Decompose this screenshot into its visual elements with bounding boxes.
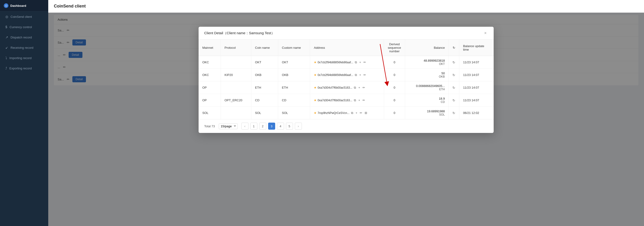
sidebar-item-coinsend-client[interactable]: ◎ CoinSend client [0, 12, 48, 22]
cell-protocol [220, 107, 251, 119]
cell-update-time: 11/23 14:07 [459, 56, 494, 69]
cell-refresh[interactable]: ↻ [449, 69, 459, 81]
exporting-icon: ⤴ [6, 66, 7, 70]
refresh-icon[interactable]: ↻ [452, 111, 455, 115]
sidebar-item-label: Exporting record [9, 67, 32, 70]
edit-icon[interactable]: ✏ [359, 111, 363, 115]
table-row: OKC KIP20 OKB OKB ★ 0x7cb2f94b88856feb86… [198, 69, 494, 81]
cell-custom-name: ETH [278, 81, 310, 94]
col-balance-update: Balance updatetime [459, 40, 494, 56]
modal-overlay: Client Detail（Client name：Samsung Test） … [48, 13, 644, 226]
cell-update-time: 06/21 12:02 [459, 107, 494, 119]
address-text: 0xa7d304cf7f6b00ac5163... [318, 86, 352, 89]
cell-protocol: OPT_ERC20 [220, 94, 251, 107]
cell-derived-seq: 0 [384, 56, 405, 69]
prev-page-button[interactable]: ‹ [242, 123, 248, 130]
edit-icon[interactable]: ✏ [363, 73, 367, 77]
sidebar: ⬡ Dashboard ◎ CoinSend client $ Currency… [0, 0, 48, 226]
refresh-icon[interactable]: ↻ [452, 86, 455, 90]
col-mainnet: Mainnet [198, 40, 220, 56]
balance-coin: SOL [439, 113, 445, 116]
page-title: CoinSend client [54, 4, 86, 9]
copy-icon[interactable]: ⧉ [354, 60, 358, 65]
sidebar-item-importing-record[interactable]: ⤵ Importing record [0, 53, 48, 63]
sidebar-item-dispatch-record[interactable]: ↗ Dispatch record [0, 32, 48, 43]
edit-icon[interactable]: ✏ [362, 98, 366, 102]
copy-icon[interactable]: ⧉ [350, 111, 354, 115]
copy-icon[interactable]: ⧉ [354, 73, 358, 77]
cell-update-time: 11/23 14:07 [459, 81, 494, 94]
cell-coin-name: SOL [251, 107, 278, 119]
per-page-select[interactable]: 10/page 15/page 20/page 50/page [219, 123, 238, 129]
add-icon[interactable]: + [358, 98, 361, 102]
page-4-button[interactable]: 4 [277, 123, 284, 130]
cell-update-time: 11/23 14:07 [459, 94, 494, 107]
table-row: OP ETH ETH ★ 0xa7d304cf7f6b00ac5163... ⧉… [198, 81, 494, 94]
cell-balance: 18.9 CD [405, 94, 449, 107]
cell-address: ★ 0xa7d304cf7f6b00ac5163... ⧉ + ✏ [310, 94, 384, 107]
star-icon[interactable]: ★ [314, 86, 316, 89]
cell-coin-name: ETH [251, 81, 278, 94]
star-icon[interactable]: ★ [314, 61, 316, 64]
refresh-icon[interactable]: ↻ [452, 73, 455, 77]
cell-address: ★ 0xa7d304cf7f6b00ac5163... ⧉ + ✏ [310, 81, 384, 94]
page-2-button[interactable]: 2 [259, 123, 266, 130]
balance-value: 48.8999923818 [424, 59, 445, 62]
cell-protocol: KIP20 [220, 69, 251, 81]
add-icon[interactable]: + [358, 85, 361, 90]
cell-refresh[interactable]: ↻ [449, 94, 459, 107]
qr-icon[interactable]: ⊞ [364, 111, 368, 115]
refresh-icon[interactable]: ↻ [452, 61, 455, 64]
refresh-icon[interactable]: ↻ [452, 98, 455, 102]
col-coin-name: Coin name [251, 40, 278, 56]
col-refresh: ↻ [449, 40, 459, 56]
star-icon[interactable]: ★ [314, 73, 316, 77]
cell-balance: 19.68991988 SOL [405, 107, 449, 119]
add-icon[interactable]: + [358, 60, 362, 65]
cell-derived-seq: 0 [384, 81, 405, 94]
cell-refresh[interactable]: ↻ [449, 56, 459, 69]
close-button[interactable]: × [483, 31, 488, 36]
edit-icon[interactable]: ✏ [362, 85, 366, 90]
next-page-button[interactable]: › [295, 123, 302, 130]
edit-icon[interactable]: ✏ [363, 60, 367, 65]
copy-icon[interactable]: ⧉ [353, 85, 357, 90]
page-3-button[interactable]: 3 [268, 123, 275, 130]
sidebar-item-label: Dispatch record [10, 36, 32, 39]
cell-balance: 48.8999923818 OKT [405, 56, 449, 69]
star-icon[interactable]: ★ [314, 98, 316, 102]
cell-derived-seq: 0 [384, 94, 405, 107]
add-icon[interactable]: + [355, 111, 358, 115]
client-detail-modal: Client Detail（Client name：Samsung Test） … [198, 27, 494, 133]
sidebar-item-currency-control[interactable]: $ Currency control [0, 22, 48, 32]
cell-custom-name: SOL [278, 107, 310, 119]
sidebar-item-label: Importing record [9, 56, 32, 60]
add-icon[interactable]: + [358, 73, 362, 77]
col-balance: Balance [405, 40, 449, 56]
cell-mainnet: OP [198, 81, 220, 94]
client-detail-table-wrapper: Mainnet Protocol Coin name Custom name A… [198, 40, 494, 119]
sidebar-item-label: CoinSend client [10, 15, 32, 19]
logo-icon: ⬡ [4, 3, 8, 8]
page-5-button[interactable]: 5 [286, 123, 293, 130]
table-header-row: Mainnet Protocol Coin name Custom name A… [198, 40, 494, 56]
balance-value: 0.00888682049605... [416, 84, 445, 88]
modal-header: Client Detail（Client name：Samsung Test） … [198, 27, 494, 40]
cell-balance: 0.00888682049605... ETH [405, 81, 449, 94]
col-derived-seq: Derivedsequencenumber [384, 40, 405, 56]
cell-refresh[interactable]: ↻ [449, 81, 459, 94]
sidebar-item-exporting-record[interactable]: ⤴ Exporting record [0, 63, 48, 73]
balance-value: 18.9 [439, 97, 445, 100]
sidebar-item-receiving-record[interactable]: ↙ Receiving record [0, 43, 48, 53]
star-icon[interactable]: ★ [314, 111, 316, 115]
copy-icon[interactable]: ⧉ [353, 98, 357, 103]
dispatch-icon: ↗ [6, 35, 8, 39]
cell-refresh[interactable]: ↻ [449, 107, 459, 119]
cell-custom-name: OKT [278, 56, 310, 69]
cell-derived-seq: 0 [384, 107, 405, 119]
cell-coin-name: OKB [251, 69, 278, 81]
logo-label: Dashboard [10, 4, 26, 8]
cell-coin-name: OKT [251, 56, 278, 69]
cell-address: ★ 7rop9hzNPwQrCeSVcn... ⧉ + ✏ ⊞ [310, 107, 384, 119]
page-1-button[interactable]: 1 [250, 123, 257, 130]
